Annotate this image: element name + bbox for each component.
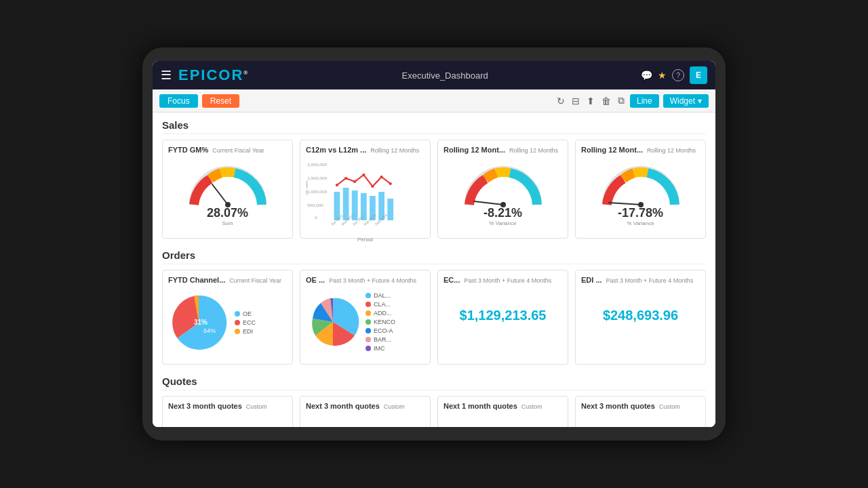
header-icons: 💬 ★ ? E [641,66,707,84]
rolling12-2-svg [597,161,685,211]
fytd-gm-value: 28.07% [207,206,248,220]
svg-text:500,000: 500,000 [307,203,323,207]
svg-point-17 [353,180,356,183]
fytd-channel-title: FYTD Channel... [168,276,225,284]
fytd-channel-subtitle: Current Fiscal Year [229,277,281,284]
delete-icon[interactable]: 🗑 [600,94,612,108]
legend-oe-dot [235,311,240,317]
fytd-channel-widget: FYTD Channel... Current Fiscal Year [162,270,293,365]
svg-point-21 [389,182,392,185]
sales-widgets-row: FYTD GM% Current Fiscal Year [162,140,706,239]
quote-4-header: Next 3 month quotes Custom [581,402,700,410]
rolling12-1-value: -8.21% [484,206,522,220]
ec-widget: EC... Past 3 Month + Future 4 Months $1,… [437,270,568,365]
refresh-icon[interactable]: ↻ [555,94,566,108]
fytd-channel-pie-svg: 31% 64% [168,292,229,353]
svg-rect-9 [343,188,349,220]
svg-point-16 [344,177,347,180]
orders-section-title: Orders [162,249,706,264]
reset-button[interactable]: Reset [202,94,239,108]
save-icon[interactable]: ⊟ [570,94,581,108]
svg-text:1,000,000: 1,000,000 [307,189,328,194]
rolling12-1-title: Rolling 12 Mont... [443,146,505,154]
quote-2-title: Next 3 month quotes [306,402,380,410]
fytd-gm-label: Sum [222,220,233,226]
quote-2-card: Next 3 month quotes Custom [300,396,431,427]
rolling12-1-subtitle: Rolling 12 Months [509,147,558,154]
legend-bar: BAR... [366,336,395,343]
main-content: Sales FYTD GM% Current Fiscal Year [153,113,715,427]
ec-value: $1,129,213.65 [443,288,562,342]
fytd-channel-pie: 31% 64% OE ECC [168,288,287,357]
help-icon[interactable]: ? [672,69,684,81]
users-icon[interactable]: ⬆ [585,94,596,108]
quote-3-card: Next 1 month quotes Custom [437,396,568,427]
svg-text:0: 0 [315,215,317,220]
quote-1-card: Next 3 month quotes Custom [162,396,293,427]
quote-3-title: Next 1 month quotes [443,402,517,410]
svg-text:1,500,000: 1,500,000 [307,176,328,180]
header: ☰ EPICOR® Executive_Dashboard 💬 ★ ? E [153,61,715,89]
toolbar: Focus Reset ↻ ⊟ ⬆ 🗑 ⧉ Line Widget ▾ [153,89,715,113]
legend-ecc: ECC [235,319,256,326]
fytd-channel-legend: OE ECC EDI [235,310,256,335]
legend-imc: IMC [366,345,395,352]
rolling12-1-gauge: -8.21% % Variance [443,158,562,229]
logo: EPICOR® [178,66,249,84]
svg-point-20 [380,176,382,178]
focus-button[interactable]: Focus [159,94,198,108]
svg-line-0 [212,184,228,205]
rolling12-2-subtitle: Rolling 12 Months [647,147,696,154]
legend-add: ADD... [366,310,395,317]
ec-title: EC... [443,276,460,284]
ec-subtitle: Past 3 Month + Future 4 Months [464,277,551,284]
svg-text:31%: 31% [194,319,208,326]
menu-icon[interactable]: ☰ [161,68,172,83]
oe-legend: DAL... CLA... ADD... [366,292,395,352]
copy-icon[interactable]: ⧉ [616,94,626,108]
quote-1-header: Next 3 month quotes Custom [168,402,287,410]
fytd-gm-title: FYTD GM% [168,146,208,154]
oe-pie-svg [306,295,360,349]
rolling12-2-value: -17.78% [618,206,663,220]
quote-4-title: Next 3 month quotes [581,402,655,410]
quotes-section-title: Quotes [162,375,706,390]
c12m-chart: 2,000,000 1,500,000 1,000,000 500,000 0 … [306,158,425,232]
svg-text:64%: 64% [203,327,216,334]
legend-edi-dot [235,329,240,334]
chat-icon[interactable]: 💬 [641,70,652,81]
widget-button[interactable]: Widget ▾ [663,94,709,108]
quote-4-subtitle: Custom [659,403,680,410]
svg-line-27 [474,201,503,205]
legend-dal: DAL... [366,292,395,299]
svg-point-18 [362,174,365,176]
oe-subtitle: Past 3 Month + Future 4 Months [329,277,416,284]
legend-kenco: KENCO [366,319,395,325]
legend-ecoa: ECO-A [366,327,395,334]
rolling12-2-label: % Variance [627,220,654,226]
oe-widget: OE ... Past 3 Month + Future 4 Months [300,270,431,365]
line-button[interactable]: Line [630,94,659,108]
quote-1-subtitle: Custom [246,403,267,410]
quote-2-subtitle: Custom [384,403,405,410]
quotes-row: Next 3 month quotes Custom Next 3 month … [162,396,706,427]
c12m-widget: C12m vs L12m ... Rolling 12 Months 2,000… [300,140,431,239]
header-title: Executive_Dashboard [249,70,641,81]
edi-value: $248,693.96 [581,288,700,342]
svg-point-19 [371,185,374,188]
quote-1-title: Next 3 month quotes [168,402,242,410]
tablet-frame: ☰ EPICOR® Executive_Dashboard 💬 ★ ? E Fo… [142,47,726,441]
fytd-gm-gauge-svg [184,161,272,211]
legend-cla: CLA... [366,301,395,308]
rolling12-1-label: % Variance [489,220,516,226]
fytd-gm-gauge: 28.07% Sum [168,158,287,229]
svg-text:Net Sales: Net Sales [306,180,309,195]
svg-line-29 [609,203,641,205]
quote-3-header: Next 1 month quotes Custom [443,402,562,410]
quote-4-card: Next 3 month quotes Custom [575,396,706,427]
user-button[interactable]: E [690,66,707,84]
screen: ☰ EPICOR® Executive_Dashboard 💬 ★ ? E Fo… [153,61,715,427]
rolling12-1-widget: Rolling 12 Mont... Rolling 12 Months [437,140,568,239]
rolling12-2-title: Rolling 12 Mont... [581,146,643,154]
star-icon[interactable]: ★ [658,70,667,81]
